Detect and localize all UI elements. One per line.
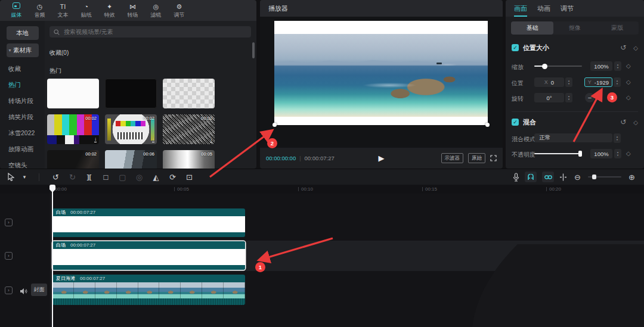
media-scrollbar[interactable] xyxy=(252,42,255,58)
timeline-clip-white-1[interactable]: 白场 00:00:07:27 xyxy=(52,208,245,237)
sidebar-item-funny-clips[interactable]: 搞笑片段 xyxy=(0,109,45,125)
thumb-colorbars-clip[interactable]: 00:02 ↓ xyxy=(47,114,99,144)
preview-axis-icon[interactable] xyxy=(559,173,567,181)
play-button[interactable]: ▶ xyxy=(379,154,385,163)
rotate-icon[interactable]: ⟳ xyxy=(168,173,178,182)
tab-picture[interactable]: 画面 xyxy=(514,0,527,17)
reset-icon[interactable]: ↺ xyxy=(620,43,626,52)
freeze-frame-icon[interactable]: ▢ xyxy=(117,173,128,182)
position-size-checkbox[interactable]: ✓ xyxy=(512,44,519,51)
sidebar-item-glitch[interactable]: 故障动画 xyxy=(0,141,45,157)
timeline-clip-beach-video[interactable]: 夏日海滩 00:00:07:27 xyxy=(52,275,245,305)
tab-transitions[interactable]: ⋈ 转场 xyxy=(121,2,144,19)
position-y-stepper[interactable]: ▲▼ xyxy=(614,77,621,87)
keyframe-diamond-icon[interactable]: ◇ xyxy=(626,150,631,157)
keyframe-diamond-icon[interactable]: ◇ xyxy=(626,63,631,69)
magnetic-snap-icon[interactable] xyxy=(525,172,537,182)
sidebar-item-favorites[interactable]: 收藏 xyxy=(0,61,45,77)
rotate-value-field[interactable]: 0° xyxy=(534,93,564,102)
sidebar-item-library[interactable]: 素材库 xyxy=(7,43,39,57)
tab-audio[interactable]: ◷ 音频 xyxy=(28,2,51,19)
opacity-value-field[interactable]: 100% xyxy=(590,149,612,158)
sidebar-item-transition-clips[interactable]: 转场片段 xyxy=(0,93,45,109)
tab-adjustment[interactable]: 调节 xyxy=(561,0,574,17)
original-quality-button[interactable]: 原始 xyxy=(468,153,485,163)
tab-filters[interactable]: ◎ 滤镜 xyxy=(144,2,168,19)
timeline-zoom-knob[interactable] xyxy=(592,175,596,179)
subtab-mask[interactable]: 蒙版 xyxy=(596,21,639,35)
cover-button[interactable]: 封面 xyxy=(31,284,47,296)
opacity-slider-knob[interactable] xyxy=(578,151,582,157)
thumb-road-clip[interactable]: 00:06 xyxy=(105,150,157,169)
scope-button[interactable]: 示波器 xyxy=(441,153,464,163)
thumb-testcard-clip[interactable]: 00:02 ↓ xyxy=(105,114,157,144)
download-icon[interactable]: ↓ xyxy=(94,137,97,142)
auto-link-icon[interactable] xyxy=(542,172,554,182)
thumb-white-clip[interactable] xyxy=(47,79,99,108)
zoom-out-icon[interactable]: ⊖ xyxy=(572,173,583,182)
rotate-stepper[interactable]: ▲▼ xyxy=(565,93,572,102)
sidebar-item-empty-shots[interactable]: 空镜头 xyxy=(0,157,45,169)
download-icon[interactable]: ↓ xyxy=(152,137,154,142)
track-toggle-icon[interactable]: › xyxy=(5,252,13,260)
position-x-field[interactable]: X0 xyxy=(534,77,564,87)
thumb-dark-clip[interactable]: 00:02 xyxy=(47,150,99,169)
playhead-line[interactable] xyxy=(52,185,53,327)
timeline-zoom-slider[interactable] xyxy=(588,176,621,177)
split-icon[interactable]: ][ xyxy=(84,173,94,180)
track-toggle-icon[interactable]: › xyxy=(5,219,13,226)
blend-checkbox[interactable]: ✓ xyxy=(512,119,519,126)
tab-media[interactable]: 媒体 xyxy=(5,2,28,19)
tab-animation[interactable]: 动画 xyxy=(537,0,550,17)
zoom-in-icon[interactable]: ⊕ xyxy=(627,173,637,182)
sidebar-item-hot[interactable]: 热门 xyxy=(0,77,45,93)
subtab-cutout[interactable]: 抠像 xyxy=(553,21,596,35)
timeline-clip-white-2-selected[interactable]: 白场 00:00:07:27 xyxy=(52,241,245,270)
tab-text[interactable]: TI 文本 xyxy=(51,2,75,19)
track-toggle-icon[interactable]: › xyxy=(5,286,13,294)
thumb-noise-clip[interactable]: 00:02 ↓ xyxy=(163,114,215,144)
select-tool-dropdown-icon[interactable]: ▾ xyxy=(21,174,27,180)
blend-mode-stepper[interactable]: ▲▼ xyxy=(614,133,621,143)
scale-value-field[interactable]: 100% xyxy=(590,61,612,71)
tab-effects[interactable]: ✦ 特效 xyxy=(98,2,121,19)
position-x-stepper[interactable]: ▲▼ xyxy=(565,77,572,87)
search-bar[interactable] xyxy=(49,26,251,38)
scale-slider-knob[interactable] xyxy=(542,64,547,69)
thumb-transparent-clip[interactable] xyxy=(163,79,215,108)
sidebar-item-local[interactable]: 本地 xyxy=(7,26,39,40)
scale-slider[interactable] xyxy=(534,66,582,67)
fullscreen-icon[interactable] xyxy=(490,155,497,161)
timeline-ruler[interactable]: 00:00 00:05 00:10 00:15 00:20 xyxy=(0,185,644,194)
tab-adjust[interactable]: ⚙ 调节 xyxy=(168,2,191,19)
thumb-black-clip[interactable] xyxy=(105,79,157,108)
keyframe-diamond-icon[interactable]: ◇ xyxy=(626,79,631,85)
scale-stepper[interactable]: ▲▼ xyxy=(614,61,621,71)
reverse-icon[interactable]: ◎ xyxy=(134,173,144,182)
video-frame[interactable] xyxy=(274,21,488,125)
delete-icon[interactable]: □ xyxy=(101,173,111,182)
keyframe-diamond-icon[interactable]: ◇ xyxy=(626,94,631,101)
keyframe-diamond-icon[interactable]: ◇ xyxy=(633,119,638,126)
mute-track-icon[interactable] xyxy=(20,286,27,297)
opacity-stepper[interactable]: ▲▼ xyxy=(614,149,621,158)
select-tool-icon[interactable] xyxy=(7,173,15,181)
redo-icon[interactable]: ↻ xyxy=(67,173,78,182)
download-icon[interactable]: ↓ xyxy=(210,137,212,142)
search-input[interactable] xyxy=(63,28,247,36)
blend-mode-dropdown[interactable]: 正常 xyxy=(534,133,612,142)
position-y-field[interactable]: Y-1929 xyxy=(584,77,612,87)
crop-icon[interactable]: ⊡ xyxy=(184,173,194,182)
reset-icon[interactable]: ↺ xyxy=(620,118,626,126)
record-voiceover-icon[interactable] xyxy=(513,173,519,182)
subtab-basic[interactable]: 基础 xyxy=(511,21,553,35)
rotate-dial-button[interactable]: – xyxy=(585,93,595,102)
undo-icon[interactable]: ↺ xyxy=(51,173,61,182)
tab-sticker[interactable]: ◔ 贴纸 xyxy=(75,2,98,19)
opacity-slider[interactable] xyxy=(534,153,582,154)
sidebar-item-snow2022[interactable]: 冰雪2022 xyxy=(0,125,45,141)
keyframe-diamond-icon[interactable]: ◇ xyxy=(633,45,638,51)
transform-handle-bottom-left[interactable] xyxy=(273,123,277,127)
mirror-icon[interactable]: ◭ xyxy=(151,173,161,182)
thumb-metal-clip[interactable]: 00:05 xyxy=(163,150,215,169)
